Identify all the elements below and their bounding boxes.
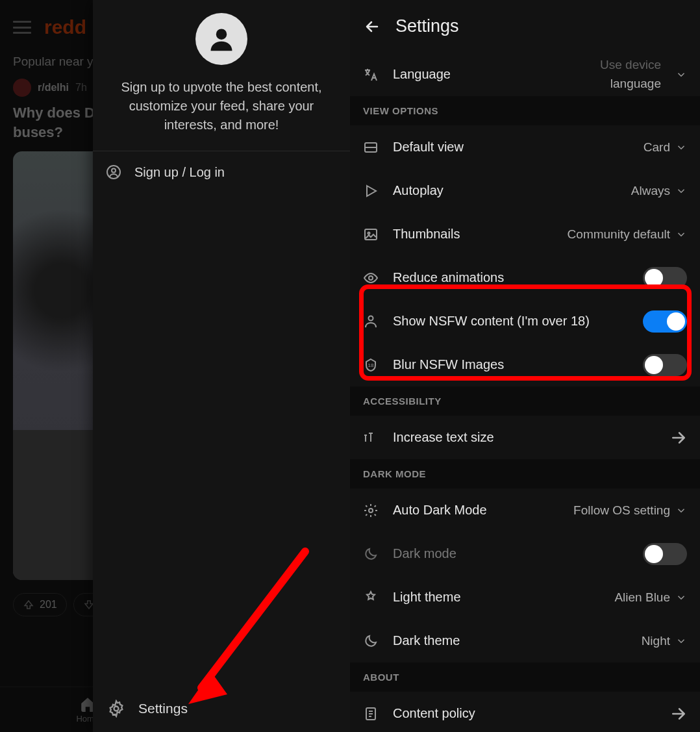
reduce-animations-toggle[interactable] [643, 267, 687, 289]
post-age: 7h [75, 82, 87, 94]
svg-point-7 [368, 232, 370, 234]
page-title: Settings [395, 16, 459, 36]
gear-icon [107, 700, 125, 718]
eighteen-plus-icon: 18 [363, 357, 379, 373]
settings-item[interactable]: Settings [93, 685, 350, 732]
dark-mode-header: DARK MODE [350, 459, 700, 488]
accessibility-header: ACCESSIBILITY [350, 386, 700, 416]
chevron-down-icon [675, 229, 687, 240]
drawer-description: Sign up to upvote the best content, cust… [106, 78, 337, 134]
chevron-down-icon [675, 185, 687, 197]
back-arrow-icon[interactable] [363, 19, 381, 34]
dark-mode-row[interactable]: Dark mode [350, 532, 700, 575]
person-circle-icon [106, 164, 121, 180]
settings-panel: Settings Language Use device language VI… [350, 0, 700, 732]
default-view-row[interactable]: Default view Card [350, 125, 700, 169]
show-nsfw-row[interactable]: Show NSFW content (I'm over 18) [350, 299, 700, 343]
svg-point-9 [369, 316, 373, 320]
avatar-placeholder [195, 13, 247, 65]
svg-point-2 [112, 169, 116, 173]
about-header: ABOUT [350, 663, 700, 692]
translate-icon [363, 67, 379, 82]
moon-icon [363, 633, 379, 649]
moon-icon [363, 546, 379, 562]
dark-theme-row[interactable]: Dark theme Night [350, 619, 700, 663]
subreddit-avatar[interactable] [13, 79, 31, 97]
light-theme-row[interactable]: Light theme Alien Blue [350, 575, 700, 619]
image-icon [363, 227, 379, 242]
show-nsfw-toggle[interactable] [643, 310, 687, 333]
blur-nsfw-row[interactable]: 18 Blur NSFW Images [350, 343, 700, 386]
left-panel: redd Popular near you r/delhi 7h Why doe… [0, 0, 350, 732]
svg-point-11 [369, 509, 373, 512]
svg-point-0 [216, 29, 227, 39]
gear-icon [363, 503, 379, 518]
arrow-right-icon [670, 429, 687, 446]
settings-header: Settings [350, 0, 700, 53]
person-icon [207, 25, 236, 53]
upvote-pill[interactable]: 201 [13, 593, 67, 616]
theme-icon [363, 590, 379, 605]
blur-nsfw-toggle[interactable] [643, 354, 687, 376]
arrow-right-icon [670, 705, 687, 722]
app-logo: redd [44, 16, 86, 38]
auto-dark-row[interactable]: Auto Dark Mode Follow OS setting [350, 488, 700, 532]
subreddit-name[interactable]: r/delhi [38, 82, 69, 94]
hamburger-icon[interactable] [13, 21, 31, 34]
eye-icon [363, 270, 379, 286]
view-options-header: VIEW OPTIONS [350, 96, 700, 125]
card-icon [363, 140, 379, 155]
language-row[interactable]: Language Use device language [350, 53, 700, 96]
chevron-down-icon [675, 69, 687, 81]
chevron-down-icon [675, 142, 687, 153]
autoplay-row[interactable]: Autoplay Always [350, 169, 700, 212]
chevron-down-icon [675, 505, 687, 516]
play-icon [363, 183, 379, 199]
dark-mode-toggle[interactable] [643, 543, 687, 565]
drawer-top: Sign up to upvote the best content, cust… [93, 0, 350, 151]
svg-point-8 [369, 276, 373, 280]
document-icon [363, 706, 379, 722]
upvote-icon [23, 599, 34, 611]
text-size-icon [363, 430, 379, 446]
svg-text:18: 18 [368, 362, 374, 368]
chevron-down-icon [675, 635, 687, 647]
content-policy-row[interactable]: Content policy [350, 692, 700, 732]
account-drawer: Sign up to upvote the best content, cust… [93, 0, 350, 732]
svg-point-3 [114, 707, 119, 711]
reduce-animations-row[interactable]: Reduce animations [350, 256, 700, 299]
thumbnails-row[interactable]: Thumbnails Community default [350, 212, 700, 256]
chevron-down-icon [675, 592, 687, 603]
signup-login-item[interactable]: Sign up / Log in [93, 151, 350, 193]
text-size-row[interactable]: Increase text size [350, 416, 700, 459]
person-outline-icon [363, 314, 379, 329]
